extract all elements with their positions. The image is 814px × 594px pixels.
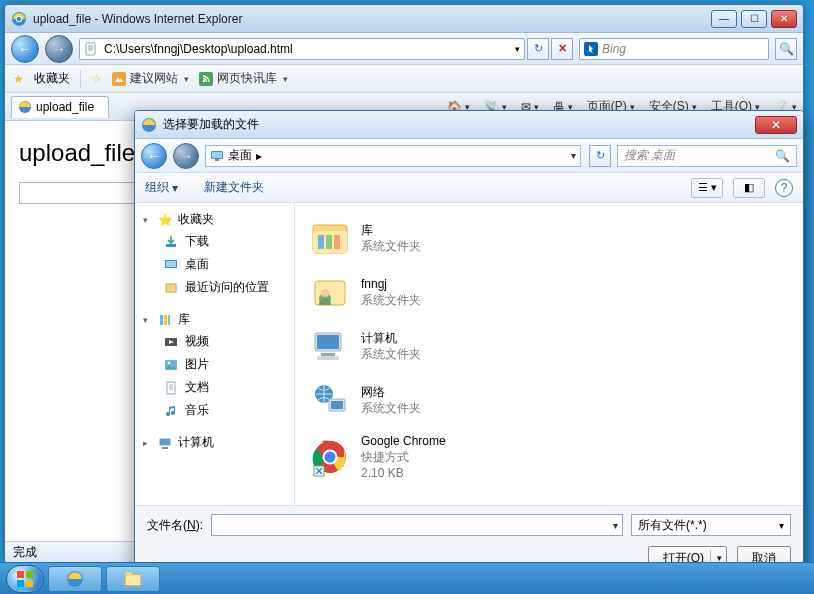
search-go-button[interactable]: 🔍 (775, 38, 797, 60)
dialog-close-button[interactable]: ✕ (755, 116, 797, 134)
side-libraries[interactable]: ▾库 (135, 309, 294, 330)
dialog-forward-button[interactable]: → (173, 143, 199, 169)
address-input[interactable] (102, 41, 511, 57)
videos-icon (163, 334, 179, 350)
svg-rect-3 (86, 43, 95, 55)
svg-rect-49 (26, 580, 33, 587)
dialog-search-box[interactable]: 搜索 桌面 🔍 (617, 145, 797, 167)
svg-rect-31 (334, 235, 340, 249)
svg-rect-51 (125, 574, 141, 585)
dialog-toolbar: 组织 ▾ 新建文件夹 ☰▾ ◧ ? (135, 173, 803, 203)
start-button[interactable] (6, 565, 44, 593)
favorites-label[interactable]: 收藏夹 (34, 70, 70, 87)
dialog-back-button[interactable]: ← (141, 143, 167, 169)
list-item[interactable]: 库系统文件夹 (305, 211, 793, 265)
side-desktop[interactable]: 桌面 (135, 253, 294, 276)
chrome-icon (309, 436, 351, 478)
search-box[interactable]: Bing (579, 38, 769, 60)
svg-rect-11 (212, 152, 222, 158)
file-list[interactable]: 库系统文件夹 fnngj系统文件夹 计算机系统文件夹 网络系统文件夹 Googl… (295, 203, 803, 505)
dialog-nav: ← → 桌面 ▸ ▾ ↻ 搜索 桌面 🔍 (135, 139, 803, 173)
svg-rect-15 (166, 261, 176, 267)
list-item[interactable]: Google Chrome快捷方式2.10 KB (305, 427, 793, 488)
svg-rect-25 (160, 439, 170, 445)
side-pictures[interactable]: 图片 (135, 353, 294, 376)
list-item[interactable]: fnngj系统文件夹 (305, 265, 793, 319)
stop-button[interactable]: ✕ (551, 38, 573, 60)
svg-point-7 (203, 79, 206, 82)
address-dropdown-icon[interactable]: ▾ (515, 44, 520, 54)
svg-rect-17 (160, 315, 163, 325)
side-computer[interactable]: ▸计算机 (135, 432, 294, 453)
side-music[interactable]: 音乐 (135, 399, 294, 422)
forward-button[interactable]: → (45, 35, 73, 63)
web-slices[interactable]: 网页快讯库▾ (199, 70, 288, 87)
favorites-bar: ★ 收藏夹 ☆ 建议网站▾ 网页快讯库▾ (5, 65, 803, 93)
file-type-filter[interactable]: 所有文件(*.*)▾ (631, 514, 791, 536)
suggested-sites[interactable]: 建议网站▾ (112, 70, 189, 87)
libraries-icon (309, 217, 351, 259)
breadcrumb-arrow-icon[interactable]: ▸ (256, 149, 262, 163)
svg-rect-26 (162, 447, 168, 449)
taskbar-ie-button[interactable] (48, 566, 102, 592)
svg-rect-38 (317, 356, 339, 360)
filename-combobox[interactable]: ▾ (211, 514, 623, 536)
dialog-refresh-button[interactable]: ↻ (589, 145, 611, 167)
side-recent[interactable]: 最近访问的位置 (135, 276, 294, 299)
svg-rect-12 (215, 159, 219, 161)
address-bar[interactable]: ▾ (79, 38, 525, 60)
new-folder-button[interactable]: 新建文件夹 (204, 179, 264, 196)
svg-rect-23 (167, 382, 175, 394)
minimize-button[interactable]: — (711, 10, 737, 28)
list-item[interactable]: 计算机系统文件夹 (305, 319, 793, 373)
back-button[interactable]: ← (11, 35, 39, 63)
breadcrumb-dropdown-icon[interactable]: ▾ (571, 150, 576, 161)
list-item[interactable]: 网络系统文件夹 (305, 373, 793, 427)
desktop-icon (163, 257, 179, 273)
ie-titlebar: upload_file - Windows Internet Explorer … (5, 5, 803, 33)
breadcrumb-text: 桌面 (228, 147, 252, 164)
svg-rect-19 (168, 315, 170, 325)
filename-label: 文件名(N): (147, 517, 203, 534)
svg-rect-29 (318, 235, 324, 249)
svg-rect-16 (166, 284, 176, 292)
side-favorites[interactable]: ▾⭐收藏夹 (135, 209, 294, 230)
search-placeholder: 搜索 桌面 (624, 147, 675, 164)
music-icon (163, 403, 179, 419)
dialog-help-button[interactable]: ? (775, 179, 793, 197)
svg-rect-36 (317, 335, 339, 349)
side-videos[interactable]: 视频 (135, 330, 294, 353)
filename-dropdown-icon[interactable]: ▾ (613, 520, 618, 531)
svg-rect-6 (199, 72, 213, 86)
close-button[interactable]: ✕ (771, 10, 797, 28)
recent-icon (163, 280, 179, 296)
navigation-pane: ▾⭐收藏夹 下载 桌面 最近访问的位置 ▾库 视频 图片 文档 音乐 ▸计算机 (135, 203, 295, 505)
star-icon: ⭐ (157, 212, 173, 228)
dialog-body: ▾⭐收藏夹 下载 桌面 最近访问的位置 ▾库 视频 图片 文档 音乐 ▸计算机 … (135, 203, 803, 505)
maximize-button[interactable]: ☐ (741, 10, 767, 28)
documents-icon (163, 380, 179, 396)
window-title: upload_file - Windows Internet Explorer (33, 12, 711, 26)
side-documents[interactable]: 文档 (135, 376, 294, 399)
favorites-star-icon[interactable]: ★ (13, 72, 24, 86)
preview-pane-button[interactable]: ◧ (733, 178, 765, 198)
view-mode-button[interactable]: ☰▾ (691, 178, 723, 198)
breadcrumb-box[interactable]: 桌面 ▸ ▾ (205, 145, 581, 167)
taskbar-explorer-button[interactable] (106, 566, 160, 592)
refresh-button[interactable]: ↻ (527, 38, 549, 60)
reopen-tabs-button[interactable]: ☆ (91, 72, 102, 86)
svg-rect-41 (331, 401, 343, 409)
svg-rect-13 (166, 244, 176, 247)
side-downloads[interactable]: 下载 (135, 230, 294, 253)
status-text: 完成 (13, 544, 37, 561)
tab-upload-file[interactable]: upload_file (11, 96, 109, 118)
filename-input[interactable] (216, 517, 613, 533)
pictures-icon (163, 357, 179, 373)
svg-point-22 (168, 361, 171, 364)
organize-menu[interactable]: 组织 ▾ (145, 179, 178, 196)
search-icon: 🔍 (775, 149, 790, 163)
svg-rect-18 (164, 315, 167, 325)
ie-icon (141, 117, 157, 133)
svg-point-34 (321, 289, 329, 297)
open-file-dialog: 选择要加载的文件 ✕ ← → 桌面 ▸ ▾ ↻ 搜索 桌面 🔍 组织 ▾ 新建文… (134, 110, 804, 580)
